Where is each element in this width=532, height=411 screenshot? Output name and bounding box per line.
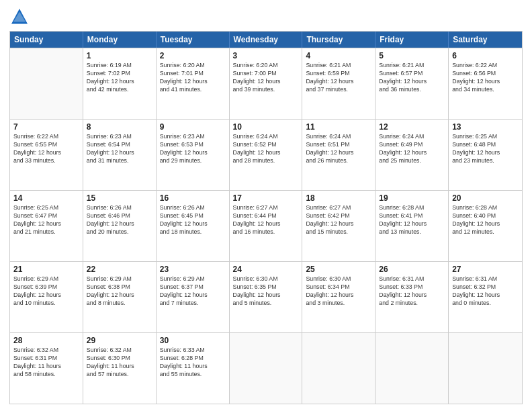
day-info: Sunrise: 6:23 AM Sunset: 6:53 PM Dayligh… <box>160 133 226 165</box>
logo-icon <box>9 7 30 27</box>
calendar-cell: 16Sunrise: 6:26 AM Sunset: 6:45 PM Dayli… <box>157 191 230 261</box>
day-info: Sunrise: 6:25 AM Sunset: 6:47 PM Dayligh… <box>13 204 79 236</box>
day-number: 27 <box>452 265 519 274</box>
calendar-cell: 10Sunrise: 6:24 AM Sunset: 6:52 PM Dayli… <box>230 120 303 190</box>
calendar-cell: 9Sunrise: 6:23 AM Sunset: 6:53 PM Daylig… <box>157 120 230 190</box>
calendar-cell <box>449 333 522 404</box>
calendar-cell: 26Sunrise: 6:31 AM Sunset: 6:33 PM Dayli… <box>375 262 449 332</box>
calendar-cell: 27Sunrise: 6:31 AM Sunset: 6:32 PM Dayli… <box>449 262 522 332</box>
calendar-header-friday: Friday <box>375 32 449 48</box>
day-number: 7 <box>13 122 79 132</box>
calendar-cell: 18Sunrise: 6:27 AM Sunset: 6:42 PM Dayli… <box>302 191 375 261</box>
day-info: Sunrise: 6:25 AM Sunset: 6:48 PM Dayligh… <box>452 133 519 165</box>
calendar-cell: 25Sunrise: 6:30 AM Sunset: 6:34 PM Dayli… <box>302 262 375 332</box>
calendar-week-1: 1Sunrise: 6:19 AM Sunset: 7:02 PM Daylig… <box>10 48 522 119</box>
calendar-cell: 22Sunrise: 6:29 AM Sunset: 6:38 PM Dayli… <box>83 262 157 332</box>
calendar: SundayMondayTuesdayWednesdayThursdayFrid… <box>9 31 523 404</box>
calendar-week-2: 7Sunrise: 6:22 AM Sunset: 6:55 PM Daylig… <box>10 119 522 190</box>
day-info: Sunrise: 6:24 AM Sunset: 6:52 PM Dayligh… <box>233 133 299 165</box>
calendar-cell: 8Sunrise: 6:23 AM Sunset: 6:54 PM Daylig… <box>83 120 157 190</box>
calendar-header-wednesday: Wednesday <box>230 32 303 48</box>
day-number: 3 <box>233 51 299 60</box>
calendar-header-sunday: Sunday <box>10 32 83 48</box>
day-number: 22 <box>87 265 152 274</box>
calendar-cell: 4Sunrise: 6:21 AM Sunset: 6:59 PM Daylig… <box>302 48 375 119</box>
calendar-cell: 24Sunrise: 6:30 AM Sunset: 6:35 PM Dayli… <box>230 262 303 332</box>
day-info: Sunrise: 6:26 AM Sunset: 6:45 PM Dayligh… <box>160 204 226 236</box>
calendar-cell: 30Sunrise: 6:33 AM Sunset: 6:28 PM Dayli… <box>157 333 230 404</box>
day-info: Sunrise: 6:29 AM Sunset: 6:37 PM Dayligh… <box>160 275 226 308</box>
day-number: 29 <box>87 336 152 345</box>
day-info: Sunrise: 6:21 AM Sunset: 6:57 PM Dayligh… <box>379 62 445 94</box>
day-number: 20 <box>452 193 519 203</box>
calendar-header-thursday: Thursday <box>302 32 375 48</box>
header <box>9 7 523 27</box>
day-info: Sunrise: 6:29 AM Sunset: 6:39 PM Dayligh… <box>13 275 79 308</box>
calendar-cell: 12Sunrise: 6:24 AM Sunset: 6:49 PM Dayli… <box>375 120 449 190</box>
calendar-cell <box>302 333 375 404</box>
day-number: 4 <box>306 51 371 60</box>
logo <box>9 7 32 27</box>
calendar-cell <box>10 48 83 119</box>
calendar-header-row: SundayMondayTuesdayWednesdayThursdayFrid… <box>10 32 522 48</box>
calendar-header-tuesday: Tuesday <box>157 32 230 48</box>
day-number: 18 <box>306 193 371 203</box>
day-number: 19 <box>379 193 445 203</box>
day-info: Sunrise: 6:20 AM Sunset: 7:01 PM Dayligh… <box>160 62 226 94</box>
day-number: 8 <box>87 122 152 132</box>
calendar-cell: 23Sunrise: 6:29 AM Sunset: 6:37 PM Dayli… <box>157 262 230 332</box>
day-info: Sunrise: 6:19 AM Sunset: 7:02 PM Dayligh… <box>87 62 152 94</box>
day-info: Sunrise: 6:20 AM Sunset: 7:00 PM Dayligh… <box>233 62 299 94</box>
calendar-cell <box>230 333 303 404</box>
day-info: Sunrise: 6:21 AM Sunset: 6:59 PM Dayligh… <box>306 62 371 94</box>
day-info: Sunrise: 6:32 AM Sunset: 6:31 PM Dayligh… <box>13 347 79 379</box>
day-info: Sunrise: 6:26 AM Sunset: 6:46 PM Dayligh… <box>87 204 152 236</box>
day-info: Sunrise: 6:28 AM Sunset: 6:41 PM Dayligh… <box>379 204 445 236</box>
calendar-cell: 19Sunrise: 6:28 AM Sunset: 6:41 PM Dayli… <box>375 191 449 261</box>
day-info: Sunrise: 6:27 AM Sunset: 6:44 PM Dayligh… <box>233 204 299 236</box>
day-info: Sunrise: 6:30 AM Sunset: 6:35 PM Dayligh… <box>233 275 299 308</box>
calendar-cell: 6Sunrise: 6:22 AM Sunset: 6:56 PM Daylig… <box>449 48 522 119</box>
calendar-cell: 29Sunrise: 6:32 AM Sunset: 6:30 PM Dayli… <box>83 333 157 404</box>
day-info: Sunrise: 6:33 AM Sunset: 6:28 PM Dayligh… <box>160 347 226 379</box>
calendar-week-3: 14Sunrise: 6:25 AM Sunset: 6:47 PM Dayli… <box>10 190 522 261</box>
calendar-header-monday: Monday <box>83 32 157 48</box>
day-number: 21 <box>13 265 79 274</box>
day-number: 9 <box>160 122 226 132</box>
day-info: Sunrise: 6:29 AM Sunset: 6:38 PM Dayligh… <box>87 275 152 308</box>
calendar-cell: 15Sunrise: 6:26 AM Sunset: 6:46 PM Dayli… <box>83 191 157 261</box>
day-number: 30 <box>160 336 226 345</box>
day-number: 12 <box>379 122 445 132</box>
calendar-week-5: 28Sunrise: 6:32 AM Sunset: 6:31 PM Dayli… <box>10 332 522 404</box>
day-info: Sunrise: 6:23 AM Sunset: 6:54 PM Dayligh… <box>87 133 152 165</box>
calendar-cell: 17Sunrise: 6:27 AM Sunset: 6:44 PM Dayli… <box>230 191 303 261</box>
calendar-cell: 7Sunrise: 6:22 AM Sunset: 6:55 PM Daylig… <box>10 120 83 190</box>
calendar-header-saturday: Saturday <box>449 32 522 48</box>
day-info: Sunrise: 6:32 AM Sunset: 6:30 PM Dayligh… <box>87 347 152 379</box>
day-number: 5 <box>379 51 445 60</box>
calendar-cell: 13Sunrise: 6:25 AM Sunset: 6:48 PM Dayli… <box>449 120 522 190</box>
day-info: Sunrise: 6:24 AM Sunset: 6:49 PM Dayligh… <box>379 133 445 165</box>
day-number: 28 <box>13 336 79 345</box>
day-number: 1 <box>87 51 152 60</box>
day-info: Sunrise: 6:24 AM Sunset: 6:51 PM Dayligh… <box>306 133 371 165</box>
day-number: 6 <box>452 51 519 60</box>
day-info: Sunrise: 6:22 AM Sunset: 6:55 PM Dayligh… <box>13 133 79 165</box>
calendar-cell: 3Sunrise: 6:20 AM Sunset: 7:00 PM Daylig… <box>230 48 303 119</box>
day-number: 24 <box>233 265 299 274</box>
day-number: 11 <box>306 122 371 132</box>
day-number: 2 <box>160 51 226 60</box>
day-info: Sunrise: 6:27 AM Sunset: 6:42 PM Dayligh… <box>306 204 371 236</box>
day-info: Sunrise: 6:31 AM Sunset: 6:32 PM Dayligh… <box>452 275 519 308</box>
day-number: 14 <box>13 193 79 203</box>
day-number: 13 <box>452 122 519 132</box>
day-number: 16 <box>160 193 226 203</box>
page: SundayMondayTuesdayWednesdayThursdayFrid… <box>0 0 532 411</box>
day-number: 23 <box>160 265 226 274</box>
day-number: 10 <box>233 122 299 132</box>
day-info: Sunrise: 6:30 AM Sunset: 6:34 PM Dayligh… <box>306 275 371 308</box>
calendar-week-4: 21Sunrise: 6:29 AM Sunset: 6:39 PM Dayli… <box>10 261 522 332</box>
day-info: Sunrise: 6:28 AM Sunset: 6:40 PM Dayligh… <box>452 204 519 236</box>
calendar-cell: 21Sunrise: 6:29 AM Sunset: 6:39 PM Dayli… <box>10 262 83 332</box>
day-number: 26 <box>379 265 445 274</box>
